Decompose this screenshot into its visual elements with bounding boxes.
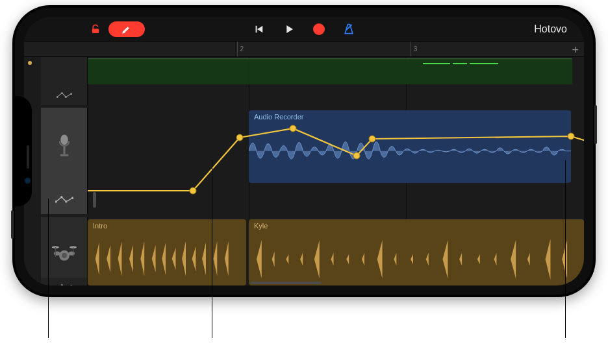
track-header-instrument[interactable] [41, 57, 88, 86]
track-row-audio: Audio Recorder [24, 108, 584, 186]
automation-marker [28, 61, 32, 65]
play-button[interactable] [280, 20, 298, 38]
drummer-region-intro[interactable]: Intro [88, 219, 246, 285]
ruler-bar-label: 3 [414, 45, 418, 53]
automation-icon [57, 283, 72, 285]
svg-point-29 [70, 285, 72, 285]
drummer-region-intro-label: Intro [93, 222, 107, 230]
toolbar: Hotovo [24, 17, 584, 42]
done-button[interactable]: Hotovo [534, 23, 567, 35]
callout-line [565, 160, 566, 338]
audio-region[interactable]: Audio Recorder [249, 110, 571, 183]
track-lane-drummer[interactable]: Intro [88, 217, 584, 285]
tracks-area: Audio Recorder [24, 57, 584, 285]
midi-notes [423, 63, 520, 67]
midi-region[interactable] [88, 58, 572, 84]
track-automation-row-instrument [24, 86, 584, 105]
play-icon [283, 23, 295, 35]
horizontal-scrollbar-thumb[interactable] [250, 282, 322, 284]
track-automation-header[interactable] [41, 86, 88, 105]
automation-icon [55, 195, 73, 205]
record-button[interactable] [310, 20, 328, 38]
svg-point-10 [65, 200, 68, 203]
svg-rect-0 [92, 29, 99, 33]
edit-mode-button[interactable] [108, 21, 145, 37]
svg-point-27 [60, 284, 62, 285]
audio-region-label: Audio Recorder [254, 113, 303, 121]
phone-frame: Hotovo 2 3 + [12, 5, 596, 297]
phone-volume-button [11, 210, 14, 239]
track-lane-audio[interactable]: Audio Recorder [88, 108, 584, 186]
phone-inner: Hotovo 2 3 + [15, 8, 593, 295]
svg-point-20 [54, 251, 60, 255]
track-lane-instrument[interactable] [88, 57, 584, 86]
svg-point-2 [60, 92, 62, 94]
phone-notch [15, 96, 32, 206]
ruler-bar-label: 2 [240, 45, 244, 53]
drummer-waveform-intro [92, 236, 242, 282]
record-icon [313, 23, 325, 35]
pencil-icon [121, 23, 133, 35]
ruler-barline [237, 42, 238, 56]
svg-rect-7 [60, 154, 68, 156]
drummer-waveform-kyle [253, 236, 580, 282]
audio-waveform [249, 128, 571, 173]
svg-point-5 [60, 135, 68, 145]
microphone-icon [55, 134, 73, 159]
drumkit-icon [51, 243, 77, 262]
callout-line [48, 199, 49, 338]
add-track-button[interactable]: + [572, 44, 579, 56]
svg-point-19 [62, 253, 67, 258]
phone-side-button [594, 105, 597, 144]
svg-point-3 [64, 96, 66, 98]
track-row-drummer: Intro [24, 217, 584, 285]
previous-icon [253, 23, 265, 35]
svg-point-9 [60, 196, 63, 199]
ruler-barline [411, 42, 411, 56]
unlock-button[interactable] [82, 23, 108, 36]
track-row-instrument [24, 57, 584, 86]
metronome-icon [342, 23, 355, 36]
go-to-beginning-button[interactable] [250, 20, 268, 38]
metronome-button[interactable] [340, 20, 358, 38]
svg-rect-6 [63, 146, 65, 154]
drummer-region-kyle-label: Kyle [254, 222, 268, 230]
track-automation-row-audio [24, 186, 584, 214]
transport-controls [250, 20, 358, 38]
timeline-ruler[interactable]: 2 3 + [24, 42, 584, 57]
toolbar-left-cluster [82, 21, 145, 37]
track-header-audio[interactable] [41, 108, 88, 186]
automation-lane-handle[interactable] [93, 192, 96, 208]
callout-line [212, 160, 212, 338]
svg-point-21 [68, 251, 75, 255]
drummer-region-kyle[interactable]: Kyle [249, 219, 584, 285]
automation-icon [57, 91, 72, 100]
unlock-icon [90, 23, 101, 35]
app-screen: Hotovo 2 3 + [24, 17, 584, 285]
